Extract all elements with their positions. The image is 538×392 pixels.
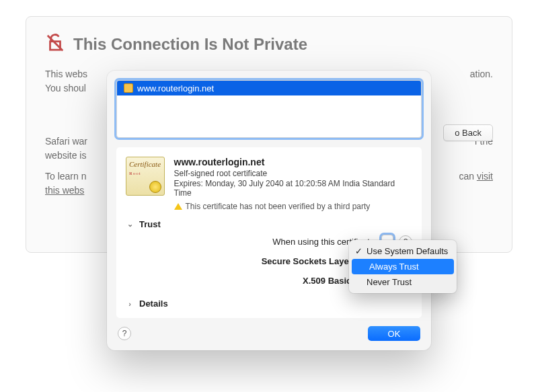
- check-icon: ✓: [354, 246, 362, 256]
- trust-option-system-defaults[interactable]: ✓ Use System Defaults: [349, 243, 457, 259]
- certificate-tree[interactable]: www.routerlogin.net: [116, 80, 422, 138]
- trust-section-toggle[interactable]: ⌄ Trust: [126, 219, 412, 229]
- x509-label: X.509 Basic Polic: [143, 276, 381, 286]
- ssl-label: Secure Sockets Layer (SSL: [143, 256, 381, 266]
- visit-link[interactable]: visit: [477, 171, 493, 182]
- when-using-label: When using this certificate: [143, 237, 381, 247]
- certificate-tree-item[interactable]: www.routerlogin.net: [117, 81, 421, 95]
- warning-title: This Connection Is Not Private: [73, 35, 307, 54]
- certificate-type: Self-signed root certificate: [174, 169, 412, 178]
- certificate-tree-label: www.routerlogin.net: [137, 83, 214, 93]
- certificate-badge-icon: Certificate Root: [126, 157, 165, 196]
- trust-option-never-trust[interactable]: Never Trust: [349, 274, 457, 290]
- certificate-name: www.routerlogin.net: [174, 157, 412, 167]
- trust-dropdown-menu: ✓ Use System Defaults Always Trust Never…: [349, 240, 457, 293]
- warning-triangle-icon: [174, 203, 182, 210]
- ok-button[interactable]: OK: [368, 326, 420, 341]
- certificate-verification-warning: This certificate has not been verified b…: [174, 202, 412, 211]
- trust-section-label: Trust: [139, 219, 161, 229]
- certificate-file-icon: [124, 83, 133, 93]
- details-section-label: Details: [139, 299, 168, 309]
- dialog-help-button[interactable]: ?: [118, 327, 131, 340]
- lock-slash-icon: [45, 33, 65, 55]
- details-section-toggle[interactable]: › Details: [126, 299, 412, 309]
- this-website-link[interactable]: this webs: [45, 185, 84, 196]
- chevron-right-icon: ›: [126, 300, 134, 308]
- certificate-expiry: Expires: Monday, 30 July 2040 at 10:20:5…: [174, 179, 412, 198]
- certificate-dialog: www.routerlogin.net Certificate Root www…: [107, 71, 431, 350]
- chevron-down-icon: ⌄: [126, 220, 134, 229]
- go-back-button[interactable]: o Back: [443, 124, 493, 141]
- trust-option-always-trust[interactable]: Always Trust: [352, 259, 454, 274]
